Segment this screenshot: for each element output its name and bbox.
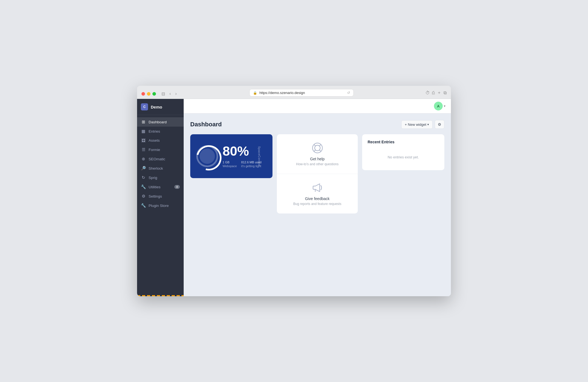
sidebar-item-sherlock[interactable]: 🔎 Sherlock <box>137 164 184 173</box>
sidebar-item-label: Utilities <box>149 185 161 189</box>
new-widget-label: + New widget <box>405 122 426 127</box>
user-avatar[interactable]: A <box>434 102 443 110</box>
sidebar-item-sprig[interactable]: ↻ Sprig <box>137 173 184 182</box>
dashboard-icon: ⊞ <box>141 119 146 124</box>
url-display: https://demo.szenario.design <box>259 91 345 95</box>
page-content: Dashboard + New widget ▾ ⚙ <box>184 113 451 296</box>
space-inner-circle <box>200 149 215 164</box>
close-button[interactable] <box>141 92 145 96</box>
forward-button[interactable]: › <box>174 91 178 97</box>
gear-icon: ⚙ <box>438 122 441 127</box>
svg-point-1 <box>315 145 320 151</box>
recent-entries-empty: No entries exist yet. <box>368 150 439 165</box>
minimize-button[interactable] <box>147 92 150 96</box>
svg-line-3 <box>319 144 321 146</box>
header-actions: + New widget ▾ ⚙ <box>401 120 444 129</box>
sidebar-item-label: Sherlock <box>149 166 163 170</box>
get-help-subtitle: How-to's and other questions <box>296 162 339 166</box>
sidebar-item-plugin-store[interactable]: 🔧 Plugin Store <box>137 201 184 210</box>
spacecontrol-label: SpaceControl <box>258 146 261 166</box>
browser-titlebar: ⊟ ‹ › 🔒 https://demo.szenario.design ↺ ⏱… <box>137 86 451 99</box>
browser-navigation: ⊟ ‹ › <box>160 91 178 97</box>
sidebar-nav: ⊞ Dashboard ▦ Entries 🖼 Assets ☰ Formie … <box>137 115 184 295</box>
svg-line-5 <box>319 150 321 152</box>
widget-help: Get help How-to's and other questions <box>277 134 358 213</box>
sidebar-item-label: Entries <box>149 129 160 133</box>
widget-spacecontrol: 80% 1 GB Webspace 812.6 MB used it's get… <box>190 134 272 178</box>
get-help-title: Get help <box>310 157 325 161</box>
sidebar-item-dashboard[interactable]: ⊞ Dashboard <box>137 117 184 127</box>
add-tab-icon[interactable]: ＋ <box>437 90 441 96</box>
utilities-icon: 🔧 <box>141 184 146 189</box>
svg-line-4 <box>314 150 316 152</box>
sidebar-site-name: Demo <box>151 105 162 109</box>
sidebar-item-label: Formie <box>149 148 160 152</box>
lifebuoy-icon <box>311 142 323 154</box>
widget-recent-entries: Recent Entries No entries exist yet. <box>362 134 444 170</box>
browser-window: ⊟ ‹ › 🔒 https://demo.szenario.design ↺ ⏱… <box>137 86 451 296</box>
sprig-icon: ↻ <box>141 175 146 180</box>
sidebar-item-entries[interactable]: ▦ Entries <box>137 127 184 136</box>
utilities-badge: 8 <box>174 185 180 189</box>
formie-icon: ☰ <box>141 147 146 152</box>
give-feedback-title: Give feedback <box>305 196 330 201</box>
get-help-item[interactable]: Get help How-to's and other questions <box>277 134 358 174</box>
dashboard-settings-button[interactable]: ⚙ <box>435 120 444 129</box>
space-gb-label: 1 GB <box>223 161 237 164</box>
sidebar-logo: C <box>141 103 148 110</box>
seomatic-icon: ⊕ <box>141 156 146 161</box>
sidebar-item-label: Settings <box>149 194 162 198</box>
user-chevron-icon[interactable]: ▾ <box>444 104 445 108</box>
topbar-right: A ▾ <box>434 102 445 110</box>
settings-icon: ⚙ <box>141 194 146 199</box>
sidebar-item-formie[interactable]: ☰ Formie <box>137 145 184 154</box>
page-header: Dashboard + New widget ▾ ⚙ <box>190 120 444 129</box>
sidebar-item-label: Assets <box>149 138 160 142</box>
sidebar-bottom-bar <box>137 295 184 296</box>
sidebar-item-label: Plugin Store <box>149 204 169 208</box>
address-bar-area: 🔒 https://demo.szenario.design ↺ <box>181 89 422 99</box>
chevron-down-icon: ▾ <box>427 123 429 126</box>
main-topbar: A ▾ <box>184 99 451 113</box>
back-button[interactable]: ‹ <box>168 91 172 97</box>
megaphone-icon <box>311 182 323 194</box>
assets-icon: 🖼 <box>141 138 146 143</box>
page-title: Dashboard <box>190 121 222 128</box>
tabs-icon[interactable]: ⧉ <box>444 90 447 95</box>
sidebar-item-label: SEOmatic <box>149 157 165 161</box>
reload-icon[interactable]: ↺ <box>347 91 350 95</box>
sidebar: C Demo ⊞ Dashboard ▦ Entries 🖼 Assets <box>137 99 184 296</box>
sidebar-toggle-icon[interactable]: ⊟ <box>160 91 166 97</box>
address-bar[interactable]: 🔒 https://demo.szenario.design ↺ <box>249 89 354 96</box>
space-gb-sub: Webspace <box>223 164 237 168</box>
plugin-store-icon: 🔧 <box>141 203 146 208</box>
widgets-row: 80% 1 GB Webspace 812.6 MB used it's get… <box>190 134 444 213</box>
sidebar-item-utilities[interactable]: 🔧 Utilities 8 <box>137 182 184 192</box>
sidebar-header: C Demo <box>137 99 184 115</box>
give-feedback-subtitle: Bug reports and feature requests <box>293 202 341 206</box>
maximize-button[interactable] <box>152 92 156 96</box>
space-gb-info: 1 GB Webspace <box>223 161 237 168</box>
sidebar-item-settings[interactable]: ⚙ Settings <box>137 192 184 201</box>
space-circle <box>196 145 218 167</box>
browser-actions: ⏱ ⎙ ＋ ⧉ <box>425 90 447 98</box>
give-feedback-item[interactable]: Give feedback Bug reports and feature re… <box>277 174 358 213</box>
sidebar-item-label: Sprig <box>149 176 157 180</box>
entries-icon: ▦ <box>141 129 146 134</box>
timer-icon[interactable]: ⏱ <box>425 90 430 95</box>
sidebar-item-label: Dashboard <box>149 120 167 124</box>
recent-entries-title: Recent Entries <box>368 140 439 144</box>
new-widget-button[interactable]: + New widget ▾ <box>401 120 433 129</box>
sidebar-item-seomatic[interactable]: ⊕ SEOmatic <box>137 154 184 164</box>
traffic-lights <box>141 92 156 96</box>
share-icon[interactable]: ⎙ <box>432 90 435 95</box>
lock-icon: 🔒 <box>253 91 257 95</box>
main-content: A ▾ Dashboard + New widget ▾ ⚙ <box>184 99 451 296</box>
app-layout: C Demo ⊞ Dashboard ▦ Entries 🖼 Assets <box>137 99 451 296</box>
svg-line-2 <box>314 144 316 146</box>
sidebar-item-assets[interactable]: 🖼 Assets <box>137 136 184 145</box>
sherlock-icon: 🔎 <box>141 166 146 171</box>
